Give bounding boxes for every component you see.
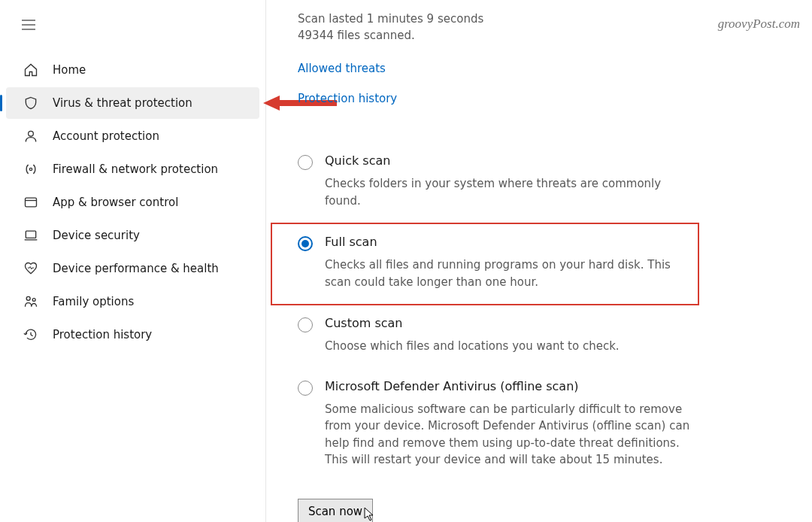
radio-quick-scan[interactable] — [298, 155, 313, 170]
option-quick-scan[interactable]: Quick scan Checks folders in your system… — [298, 143, 699, 223]
network-icon — [23, 161, 39, 178]
heart-icon — [23, 260, 39, 277]
scan-now-button[interactable]: Scan now — [298, 499, 373, 523]
protection-history-link[interactable]: Protection history — [298, 92, 397, 105]
nav-label: Firewall & network protection — [53, 162, 218, 176]
nav-label: Account protection — [53, 129, 159, 143]
nav-item-virus-threat[interactable]: Virus & threat protection — [6, 87, 259, 119]
nav-item-performance[interactable]: Device performance & health — [6, 253, 259, 284]
history-icon — [23, 326, 39, 343]
svg-point-5 — [29, 168, 32, 170]
nav-label: Protection history — [53, 328, 152, 341]
nav-label: Virus & threat protection — [53, 96, 192, 110]
radio-custom-scan[interactable] — [298, 317, 313, 332]
option-title: Quick scan — [325, 153, 692, 168]
option-desc: Checks folders in your system where thre… — [325, 175, 692, 209]
option-desc: Checks all files and running programs on… — [325, 256, 690, 290]
main-content: groovyPost.com Scan lasted 1 minutes 9 s… — [266, 0, 812, 522]
cursor-icon — [364, 507, 376, 522]
scan-duration-text: Scan lasted 1 minutes 9 seconds — [298, 12, 699, 26]
laptop-icon — [23, 227, 39, 244]
person-icon — [23, 128, 39, 144]
option-title: Full scan — [325, 235, 690, 249]
nav-item-account-protection[interactable]: Account protection — [6, 120, 259, 152]
svg-point-11 — [32, 299, 35, 302]
nav-label: Family options — [53, 295, 134, 308]
nav-item-firewall[interactable]: Firewall & network protection — [6, 153, 259, 185]
browser-icon — [23, 194, 39, 211]
option-title: Custom scan — [325, 316, 692, 330]
files-scanned-text: 49344 files scanned. — [298, 29, 699, 42]
nav-item-home[interactable]: Home — [6, 54, 259, 86]
family-icon — [23, 293, 39, 310]
option-offline-scan[interactable]: Microsoft Defender Antivirus (offline sc… — [298, 369, 699, 482]
option-desc: Some malicious software can be particula… — [325, 401, 692, 469]
svg-point-4 — [29, 131, 34, 136]
allowed-threats-link[interactable]: Allowed threats — [298, 62, 386, 75]
nav: Home Virus & threat protection Account p… — [0, 54, 265, 352]
hamburger-icon — [22, 20, 35, 30]
nav-item-family[interactable]: Family options — [6, 286, 259, 317]
radio-full-scan[interactable] — [298, 236, 313, 251]
nav-item-protection-history[interactable]: Protection history — [6, 319, 259, 351]
shield-icon — [23, 95, 39, 111]
nav-item-device-security[interactable]: Device security — [6, 220, 259, 251]
scan-now-label: Scan now — [308, 505, 362, 518]
svg-rect-6 — [26, 198, 37, 207]
svg-point-10 — [26, 296, 30, 300]
nav-label: Device security — [53, 229, 140, 242]
watermark-text: groovyPost.com — [718, 17, 800, 32]
scan-options-group: Quick scan Checks folders in your system… — [298, 143, 699, 482]
radio-offline-scan[interactable] — [298, 381, 313, 396]
nav-item-app-browser[interactable]: App & browser control — [6, 187, 259, 218]
option-full-scan[interactable]: Full scan Checks all files and running p… — [271, 223, 699, 305]
nav-label: Home — [53, 63, 86, 77]
menu-toggle-button[interactable] — [14, 14, 44, 36]
home-icon — [23, 62, 39, 78]
nav-label: Device performance & health — [53, 262, 219, 275]
option-title: Microsoft Defender Antivirus (offline sc… — [325, 379, 692, 393]
sidebar: Home Virus & threat protection Account p… — [0, 0, 266, 522]
option-desc: Choose which files and locations you wan… — [325, 338, 692, 355]
nav-label: App & browser control — [53, 196, 178, 209]
svg-rect-8 — [26, 231, 35, 238]
option-custom-scan[interactable]: Custom scan Choose which files and locat… — [298, 305, 699, 369]
